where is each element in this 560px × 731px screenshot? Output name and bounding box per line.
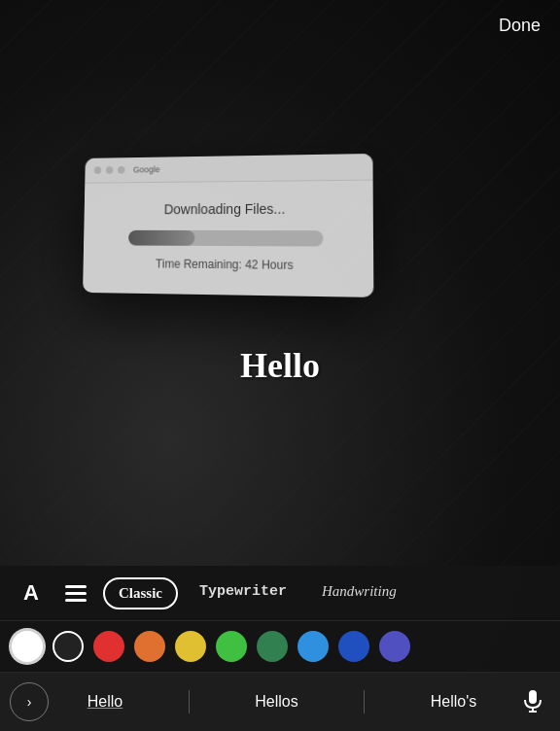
done-button[interactable]: Done — [499, 16, 541, 36]
line-bar-2 — [65, 592, 87, 595]
color-swatch-green-light[interactable] — [216, 631, 247, 662]
font-classic[interactable]: Classic — [103, 577, 178, 609]
titlebar-dot-2 — [106, 166, 114, 174]
autocomplete-divider-1 — [364, 690, 365, 714]
color-swatch-black-outline[interactable] — [52, 631, 84, 662]
dialog-subtitle: Time Remaining: 42 Hours — [105, 257, 349, 272]
autocomplete-word-1[interactable]: Hellos — [243, 689, 309, 714]
autocomplete-row: › HelloHellosHello's — [0, 673, 560, 731]
svg-rect-0 — [529, 690, 537, 704]
dialog-titlebar: Google — [85, 154, 372, 184]
dialog-body: Downloading Files... Time Remaining: 42 … — [83, 181, 373, 297]
line-bar-3 — [65, 599, 87, 602]
font-row: A Classic Typewriter Handwriting — [0, 566, 560, 621]
progress-bar-fill — [128, 230, 194, 246]
overlay-text[interactable]: Hello — [240, 345, 320, 386]
color-swatch-purple[interactable] — [379, 631, 410, 662]
autocomplete-divider-0 — [189, 690, 190, 714]
font-lines-icon[interactable] — [58, 575, 93, 610]
font-a-icon[interactable]: A — [14, 575, 49, 610]
color-swatch-orange[interactable] — [134, 631, 165, 662]
dialog-title: Downloading Files... — [106, 200, 349, 217]
mic-button[interactable] — [515, 684, 550, 719]
progress-bar — [128, 230, 323, 247]
color-swatch-white[interactable] — [12, 631, 43, 662]
titlebar-dot-3 — [118, 166, 125, 174]
toolbar-area: A Classic Typewriter Handwriting › Hello… — [0, 566, 560, 731]
color-swatch-red[interactable] — [93, 631, 124, 662]
dialog-container: Google Downloading Files... Time Remaini… — [83, 154, 373, 297]
color-swatch-blue-light[interactable] — [298, 631, 329, 662]
autocomplete-arrow-button[interactable]: › — [10, 682, 49, 721]
chevron-right-icon: › — [27, 694, 32, 710]
font-handwriting[interactable]: Handwriting — [308, 577, 410, 609]
autocomplete-options: HelloHellosHello's — [49, 689, 515, 714]
titlebar-text: Google — [133, 164, 160, 174]
color-swatch-blue-dark[interactable] — [338, 631, 369, 662]
autocomplete-word-2[interactable]: Hello's — [419, 689, 489, 714]
dialog-box: Google Downloading Files... Time Remaini… — [83, 154, 373, 297]
line-bar-1 — [65, 585, 87, 588]
color-swatch-yellow[interactable] — [175, 631, 206, 662]
titlebar-dot-1 — [94, 166, 102, 174]
color-swatch-green-dark[interactable] — [257, 631, 288, 662]
font-typewriter[interactable]: Typewriter — [186, 577, 300, 609]
autocomplete-word-0[interactable]: Hello — [76, 689, 134, 714]
color-picker-row — [0, 621, 560, 673]
font-options: Classic Typewriter Handwriting — [103, 577, 546, 609]
